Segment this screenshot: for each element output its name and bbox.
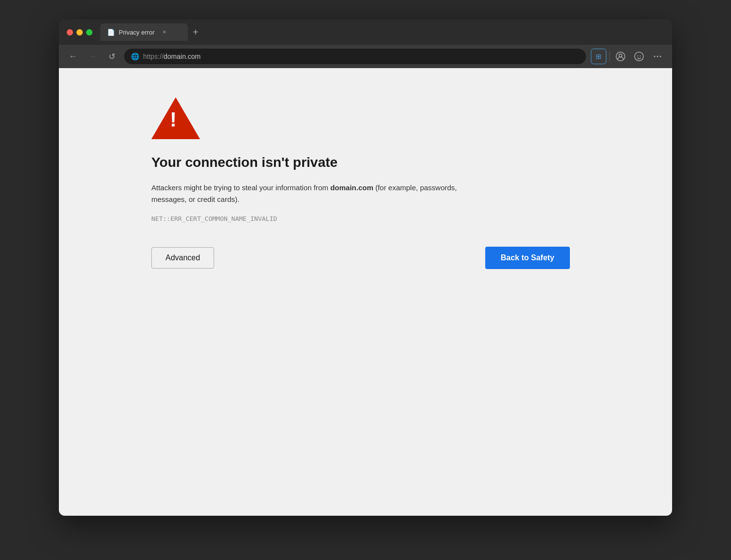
error-code: NET::ERR_CERT_COMMON_NAME_INVALID (151, 215, 672, 222)
back-to-safety-button[interactable]: Back to Safety (485, 247, 570, 269)
more-options-button[interactable] (650, 49, 665, 64)
svg-point-7 (660, 56, 661, 57)
emoji-button[interactable] (631, 49, 647, 64)
svg-point-3 (638, 55, 639, 56)
address-bar[interactable]: 🌐 https://domain.com (124, 49, 586, 64)
error-title: Your connection isn't private (151, 155, 672, 170)
toolbar-right-icons: ⊞ (591, 49, 665, 64)
description-prefix: Attackers might be trying to steal your … (151, 183, 330, 192)
refresh-button[interactable]: ↺ (105, 49, 119, 64)
svg-point-2 (635, 52, 643, 61)
browser-window: 📄 Privacy error × + ← → ↺ 🌐 https://doma… (59, 19, 672, 516)
user-account-button[interactable] (613, 49, 628, 64)
address-text: https://domain.com (143, 53, 201, 60)
tab-close-button[interactable]: × (161, 28, 168, 36)
new-tab-button[interactable]: + (191, 25, 201, 40)
tab-area: 📄 Privacy error × + (100, 23, 664, 41)
warning-icon-wrap (151, 97, 672, 141)
address-domain: domain.com (164, 53, 201, 60)
svg-point-6 (657, 56, 658, 57)
toolbar: ← → ↺ 🌐 https://domain.com ⊞ (59, 45, 672, 68)
svg-point-1 (619, 54, 622, 57)
address-protocol: https:// (143, 53, 164, 60)
close-traffic-light[interactable] (67, 29, 73, 36)
warning-triangle-icon (151, 97, 200, 139)
toolbar-divider (609, 52, 610, 61)
svg-point-4 (640, 55, 641, 56)
tab-page-icon: 📄 (107, 29, 115, 36)
traffic-lights (67, 29, 92, 36)
minimize-traffic-light[interactable] (76, 29, 83, 36)
description-domain: domain.com (330, 183, 373, 192)
button-row: Advanced Back to Safety (151, 247, 570, 269)
back-button[interactable]: ← (66, 49, 80, 64)
maximize-traffic-light[interactable] (86, 29, 92, 36)
shield-button[interactable]: ⊞ (591, 49, 606, 64)
advanced-button[interactable]: Advanced (151, 247, 214, 269)
active-tab[interactable]: 📄 Privacy error × (100, 23, 188, 41)
globe-icon: 🌐 (131, 53, 139, 60)
tab-title: Privacy error (119, 29, 155, 36)
svg-point-5 (654, 56, 656, 57)
page-content: Your connection isn't private Attackers … (59, 68, 672, 516)
forward-button[interactable]: → (85, 49, 100, 64)
title-bar: 📄 Privacy error × + (59, 19, 672, 45)
error-description: Attackers might be trying to steal your … (151, 182, 492, 205)
